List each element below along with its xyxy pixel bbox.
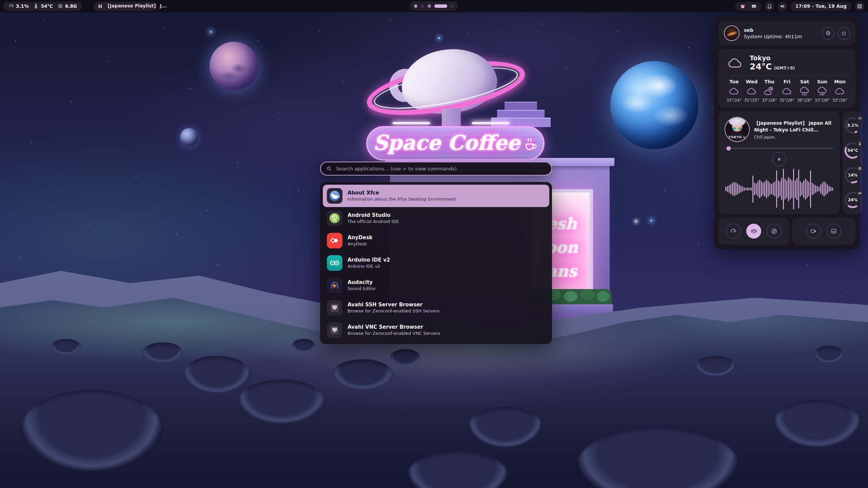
- system-gauges: 3.1% 54°C 14% 24%: [843, 111, 863, 214]
- scales-icon: [750, 228, 757, 235]
- forecast-day: Fri35°/26°: [778, 79, 796, 103]
- volume-button[interactable]: [777, 1, 787, 11]
- system-tray: [735, 2, 762, 11]
- small-planet: [180, 128, 198, 146]
- screenshot-icon[interactable]: [751, 3, 757, 9]
- settings-button[interactable]: ⚙: [822, 27, 834, 40]
- speedometer-icon: [730, 228, 737, 235]
- app-row-audacity[interactable]: Audacity Sound Editor: [323, 274, 549, 297]
- performance-mode-button[interactable]: [726, 224, 741, 239]
- memory-gauge: 14%: [843, 166, 862, 185]
- app-row-anydesk[interactable]: AnyDesk AnyDesk: [323, 229, 549, 252]
- seek-bar[interactable]: [725, 148, 833, 149]
- screen-record-button[interactable]: [806, 224, 821, 239]
- thermometer-icon: [856, 140, 864, 147]
- forecast-day: Mon33°/26°: [831, 79, 849, 103]
- bright-star: [635, 221, 637, 222]
- neon-sign-text: Space Coffee: [373, 131, 520, 155]
- disk-icon: [856, 189, 864, 197]
- forecast-icon: [817, 86, 827, 96]
- powersave-mode-button[interactable]: [767, 224, 782, 239]
- network-port-icon: [327, 300, 342, 316]
- roof-tier: [505, 102, 537, 110]
- system-uptime: System Uptime: 4h11m: [744, 34, 802, 39]
- weather-timezone: (GMT+9): [774, 65, 795, 70]
- dashboard-panel: seb System Uptime: 4h11m ⚙ Tokyo 24°C(GM…: [714, 17, 860, 249]
- workspace-dot-occupied[interactable]: [414, 4, 417, 8]
- top-status-bar: 3.1% 54°C 6.8G 【Japanese Playlist】 J...: [0, 0, 868, 12]
- avatar: [724, 25, 739, 41]
- search-bar[interactable]: [320, 162, 552, 176]
- desktop: esh oon ans Space Coffee: [0, 0, 868, 488]
- power-button[interactable]: [837, 27, 850, 40]
- app-row-android-studio[interactable]: Android Studio The official Android IDE: [323, 207, 549, 229]
- play-pause-button[interactable]: [772, 152, 786, 166]
- chip-icon: [58, 3, 63, 9]
- audacity-icon: [327, 278, 342, 293]
- wallpaper-button[interactable]: [826, 224, 841, 239]
- planet-earth: [610, 61, 698, 149]
- temperature-gauge: 54°C: [843, 141, 862, 160]
- memory-stat: 6.8G: [58, 3, 77, 9]
- album-art: TOKYO L: [725, 117, 750, 142]
- workspace-indicator: [410, 1, 458, 11]
- weather-card: Tokyo 24°C(GMT+9) Tue33°/24° Wed35°/25° …: [719, 49, 855, 107]
- chip-icon: [856, 165, 864, 172]
- temp-stat: 54°C: [33, 3, 53, 9]
- speedometer-icon: [856, 115, 864, 122]
- forecast-icon: [729, 86, 739, 96]
- user-card: seb System Uptime: 4h11m ⚙: [719, 21, 855, 45]
- notifications-bell-button[interactable]: [765, 1, 774, 11]
- music-player-card: TOKYO L 【Japanese Playlist】 Japan All Ni…: [719, 111, 840, 214]
- forecast-icon: [764, 86, 774, 96]
- bright-star: [651, 220, 652, 221]
- workspace-dot-active[interactable]: [434, 4, 447, 8]
- forecast-row: Tue33°/24° Wed35°/25° Thu33°/26° Fri35°/…: [725, 79, 849, 103]
- weather-cloud-icon: [725, 56, 745, 70]
- pause-icon: [776, 156, 782, 162]
- leaf-icon: [771, 228, 777, 235]
- forecast-day: Sun33°/26°: [813, 79, 831, 103]
- username: seb: [744, 27, 802, 34]
- system-stats-pill[interactable]: 3.1% 54°C 6.8G: [3, 2, 82, 11]
- network-port-icon: [327, 322, 342, 338]
- app-name: About Xfce: [348, 189, 456, 197]
- sign-light-tube: [472, 122, 509, 124]
- forecast-day: Sat36°/26°: [796, 79, 813, 103]
- purple-planet: [210, 42, 258, 90]
- thermometer-icon: [33, 3, 39, 9]
- audio-visualizer: [725, 168, 834, 210]
- search-icon: [326, 166, 332, 171]
- video-camera-icon: [810, 228, 817, 235]
- search-input[interactable]: [335, 166, 546, 172]
- power-icon: [841, 30, 847, 36]
- seek-thumb[interactable]: [726, 146, 731, 150]
- cup-pedestal: [442, 108, 461, 129]
- app-row-about-xfce[interactable]: About Xfce Information about the Xfce De…: [323, 185, 549, 207]
- app-row-avahi-ssh[interactable]: Avahi SSH Server Browser Browse for Zero…: [323, 297, 549, 319]
- balanced-mode-button[interactable]: [746, 224, 761, 239]
- app-description: Information about the Xfce Desktop Envir…: [348, 197, 456, 202]
- now-playing-pill[interactable]: 【Japanese Playlist】 J...: [94, 2, 156, 11]
- app-launcher: About Xfce Information about the Xfce De…: [320, 162, 552, 344]
- arduino-icon: [327, 255, 342, 271]
- power-profile-switcher: [719, 218, 789, 244]
- weather-city: Tokyo: [750, 55, 795, 62]
- app-grid-button[interactable]: [855, 1, 865, 11]
- neon-sign: Space Coffee: [366, 126, 545, 161]
- cat-icon[interactable]: [740, 3, 746, 9]
- neon-cup-icon: [524, 135, 538, 151]
- workspace-dot-occupied2[interactable]: [428, 4, 431, 8]
- weather-temp: 24°C: [750, 62, 772, 72]
- bright-star: [210, 31, 212, 33]
- app-results-list: About Xfce Information about the Xfce De…: [320, 182, 552, 344]
- app-row-avahi-vnc[interactable]: Avahi VNC Server Browser Browse for Zero…: [323, 319, 549, 341]
- clock[interactable]: 17:09 - Tue, 19 Aug: [790, 2, 852, 11]
- app-row-arduino[interactable]: Arduino IDE v2 Arduino IDE v2: [323, 252, 549, 274]
- pause-icon: [99, 4, 102, 8]
- track-subtitle: Chill Japan.: [754, 135, 834, 140]
- workspace-dot-empty[interactable]: [451, 4, 454, 8]
- anydesk-icon: [327, 233, 342, 248]
- track-title: 【Japanese Playlist】 Japan All Night - To…: [754, 120, 834, 134]
- workspace-dot-empty[interactable]: [421, 4, 424, 8]
